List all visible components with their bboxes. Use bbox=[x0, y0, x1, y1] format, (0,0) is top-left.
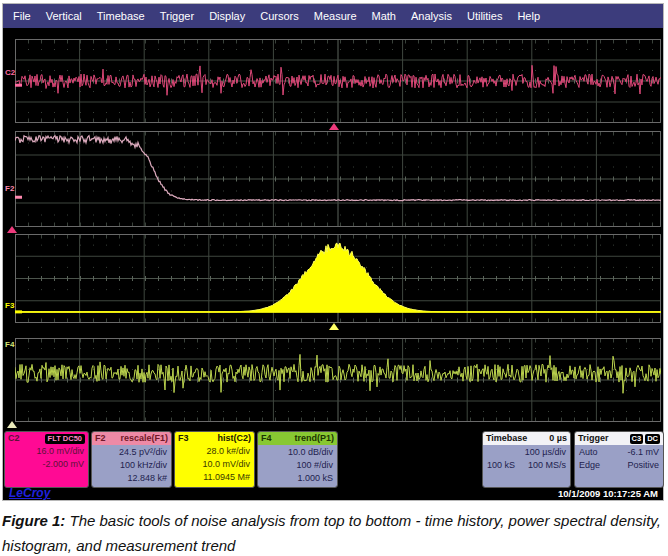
trace-id: F2 bbox=[95, 432, 106, 445]
figure-caption: Figure 1: The basic tools of noise analy… bbox=[2, 508, 662, 556]
channel-id: C2 bbox=[8, 432, 20, 445]
math-function: trend(P1) bbox=[294, 432, 334, 445]
trigger-level: -6.1 mV bbox=[627, 446, 659, 459]
oscilloscope-screen: FileVerticalTimebaseTriggerDisplayCursor… bbox=[2, 3, 664, 501]
trace-offset-marker-f2-icon[interactable] bbox=[7, 226, 17, 233]
caption-label: Figure 1: bbox=[2, 512, 65, 529]
menu-item-timebase[interactable]: Timebase bbox=[97, 10, 145, 22]
timebase-box[interactable]: Timebase 0 µs 100 µs/div 100 kS 100 MS/s bbox=[482, 431, 571, 488]
menu-item-help[interactable]: Help bbox=[517, 10, 540, 22]
sample-count: 100 kS bbox=[487, 459, 515, 472]
math-function: rescale(F1) bbox=[120, 432, 168, 445]
trigger-source-badge: C3 bbox=[630, 434, 644, 444]
panel-time-history[interactable] bbox=[15, 39, 661, 123]
menu-item-math[interactable]: Math bbox=[372, 10, 396, 22]
trace-id: F3 bbox=[178, 432, 189, 445]
trace-label-c2: C2 bbox=[5, 69, 15, 77]
trigger-slope: Positive bbox=[627, 459, 659, 472]
menu-item-file[interactable]: File bbox=[13, 10, 31, 22]
lecroy-logo: LeCroy bbox=[9, 486, 50, 500]
trace-label-f4: F4 bbox=[5, 341, 14, 349]
trigger-coupling-badge: DC bbox=[645, 434, 660, 444]
menu-item-trigger[interactable]: Trigger bbox=[160, 10, 194, 22]
descriptor-c2[interactable]: C2 FLT DC50 16.0 mV/div -2.000 mV bbox=[4, 431, 89, 488]
trigger-mode: Auto bbox=[579, 446, 598, 459]
volts-per-div: 16.0 mV/div bbox=[5, 445, 88, 458]
sample-rate: 100 MS/s bbox=[528, 459, 566, 472]
menu-item-utilities[interactable]: Utilities bbox=[467, 10, 502, 22]
trigger-type: Edge bbox=[579, 459, 600, 472]
menu-item-vertical[interactable]: Vertical bbox=[46, 10, 82, 22]
descriptor-f4[interactable]: F4 trend(P1) 10.0 dB/div 100 #/div 1.000… bbox=[257, 431, 338, 488]
waveform-display: C2 F2 F3 F4 bbox=[3, 28, 663, 431]
time-per-div: 100 µs/div bbox=[483, 446, 570, 459]
offset-value: -2.000 mV bbox=[5, 458, 88, 471]
histogram-center-marker-icon[interactable] bbox=[329, 323, 339, 330]
trace-offset-marker-f4-icon[interactable] bbox=[7, 421, 17, 428]
trigger-box[interactable]: Trigger C3 DC Auto -6.1 mV Edge Positive bbox=[574, 431, 664, 488]
trigger-time-marker-icon[interactable] bbox=[329, 123, 339, 130]
math-function: hist(C2) bbox=[218, 432, 252, 445]
menu-item-display[interactable]: Display bbox=[209, 10, 245, 22]
panel-histogram[interactable] bbox=[15, 234, 661, 323]
caption-text: The basic tools of noise analysis from t… bbox=[2, 512, 661, 554]
timebase-delay: 0 µs bbox=[549, 432, 567, 445]
menu-item-cursors[interactable]: Cursors bbox=[260, 10, 299, 22]
descriptor-f3[interactable]: F3 hist(C2) 28.0 k#/div 10.0 mV/div 11.0… bbox=[174, 431, 255, 488]
trace-label-f3: F3 bbox=[5, 302, 14, 310]
coupling-badge: FLT DC50 bbox=[45, 434, 85, 444]
menu-item-analysis[interactable]: Analysis bbox=[411, 10, 452, 22]
timestamp: 10/1/2009 10:17:25 AM bbox=[558, 488, 658, 499]
menu-item-measure[interactable]: Measure bbox=[314, 10, 357, 22]
panel-trend[interactable] bbox=[15, 338, 661, 422]
figure-page: FileVerticalTimebaseTriggerDisplayCursor… bbox=[0, 0, 668, 556]
descriptor-f2[interactable]: F2 rescale(F1) 24.5 pV²/div 100 kHz/div … bbox=[91, 431, 172, 488]
trace-label-f2: F2 bbox=[5, 185, 14, 193]
menu-bar: FileVerticalTimebaseTriggerDisplayCursor… bbox=[3, 4, 663, 28]
panel-power-spectral-density[interactable] bbox=[15, 131, 661, 227]
trace-id: F4 bbox=[261, 432, 272, 445]
